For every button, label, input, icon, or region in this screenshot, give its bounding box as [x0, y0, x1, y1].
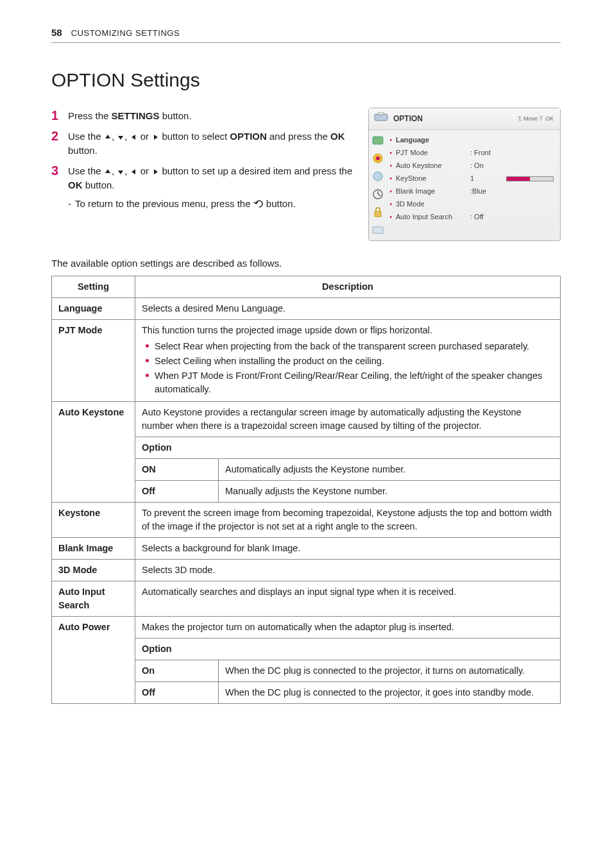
osd-row: •Language — [389, 134, 554, 147]
input-icon — [371, 224, 384, 237]
row-autopower-off-label: Off — [135, 682, 219, 704]
bullet-icon: • — [389, 137, 392, 144]
row-autopower-option-label: Option — [135, 638, 561, 660]
osd-row-label: Auto Input Search — [396, 212, 466, 222]
row-autokey-name: Auto Keystone — [52, 402, 135, 503]
svg-point-5 — [373, 172, 382, 181]
bullet-icon: • — [389, 150, 392, 156]
row-pjt-desc: This function turns the projected image … — [135, 320, 561, 402]
page-header: 58 CUSTOMIZING SETTINGS — [51, 26, 561, 43]
osd-row-value: 1 — [470, 174, 502, 184]
slider-bar — [506, 176, 554, 181]
svg-point-4 — [376, 156, 380, 160]
osd-row-value: : On — [470, 161, 502, 171]
osd-row-value: : Front — [470, 148, 502, 158]
row-autoinput-name: Auto Input Search — [52, 581, 135, 617]
row-language-desc: Selects a desired Menu Language. — [135, 298, 561, 320]
nav-arrows-icon: , , or — [104, 165, 162, 176]
row-autopower-name: Auto Power — [52, 617, 135, 704]
th-description: Description — [135, 276, 561, 298]
bullet-icon: • — [389, 214, 392, 221]
picture-icon — [371, 134, 384, 147]
row-blank-name: Blank Image — [52, 538, 135, 560]
audio-icon — [371, 152, 384, 165]
bullet-icon: • — [389, 176, 392, 182]
osd-row-value: :Blue — [470, 187, 502, 197]
section-title: CUSTOMIZING SETTINGS — [71, 28, 180, 40]
row-autokey-on-desc: Automatically adjusts the Keystone numbe… — [219, 459, 561, 481]
row-autokey-desc: Auto Keystone provides a rectangular scr… — [135, 402, 561, 437]
step-sub: - To return to the previous menu, press … — [68, 197, 357, 211]
row-autopower-desc: Makes the projector turn on automaticall… — [135, 617, 561, 638]
step-2: 2 Use the , , or button to select OPTION… — [51, 128, 357, 158]
row-autopower-on-label: On — [135, 660, 219, 682]
option-menu-icon — [374, 112, 388, 126]
intro-text: The available option settings are descri… — [51, 256, 561, 271]
step-text: Use the , , or button to set up a desire… — [68, 163, 357, 192]
steps-list: 1 Press the SETTINGS button. 2 Use the ,… — [51, 108, 357, 211]
osd-row-label: Blank Image — [396, 187, 466, 197]
osd-row: •3D Mode — [389, 198, 554, 211]
osd-row: •PJT Mode: Front — [389, 147, 554, 160]
row-autopower-off-desc: When the DC plug is connected to the pro… — [219, 682, 561, 704]
row-autokey-option-label: Option — [135, 437, 561, 459]
osd-row: •Auto Keystone: On — [389, 160, 554, 172]
row-autokey-on-label: ON — [135, 459, 219, 481]
row-autoinput-desc: Automatically searches and displays an i… — [135, 581, 561, 617]
row-language-name: Language — [52, 298, 135, 320]
dash-bullet: - — [68, 197, 71, 211]
osd-list: •Language•PJT Mode: Front•Auto Keystone:… — [387, 130, 560, 237]
step-number: 3 — [51, 163, 63, 192]
option-menu-small-icon — [371, 188, 384, 201]
row-autokey-off-label: Off — [135, 481, 219, 503]
nav-arrows-icon: , , or — [104, 131, 162, 142]
osd-row: •KeyStone1 — [389, 172, 554, 185]
osd-panel: OPTION ꔂ Move ꔉ OK •Language•PJT Mode: F… — [368, 108, 561, 241]
step-3: 3 Use the , , or button to set up a desi… — [51, 163, 357, 192]
osd-row-label: PJT Mode — [396, 148, 466, 158]
row-autopower-on-desc: When the DC plug is connected to the pro… — [219, 660, 561, 682]
osd-row-label: 3D Mode — [396, 199, 466, 210]
osd-row-value: : Off — [470, 212, 502, 222]
bullet-icon: • — [389, 163, 392, 169]
row-autokey-off-desc: Manually adjusts the Keystone number. — [219, 481, 561, 503]
bullet-icon: • — [389, 188, 392, 195]
back-icon — [253, 198, 266, 209]
step-number: 1 — [51, 108, 63, 123]
osd-row-label: KeyStone — [396, 174, 466, 184]
lock-icon — [371, 206, 384, 219]
osd-title: OPTION — [393, 113, 423, 124]
row-blank-desc: Selects a background for blank Image. — [135, 538, 561, 560]
svg-rect-8 — [373, 227, 383, 233]
th-setting: Setting — [52, 276, 135, 298]
svg-rect-7 — [375, 212, 381, 217]
osd-hint: ꔂ Move ꔉ OK — [518, 115, 554, 123]
row-keystone-desc: To prevent the screen image from becomin… — [135, 503, 561, 538]
row-keystone-name: Keystone — [52, 503, 135, 538]
row-3d-name: 3D Mode — [52, 560, 135, 581]
row-3d-desc: Selects 3D mode. — [135, 560, 561, 581]
time-icon — [371, 170, 384, 183]
osd-row-label: Auto Keystone — [396, 161, 466, 171]
settings-table: Setting Description Language Selects a d… — [51, 276, 561, 704]
row-pjt-name: PJT Mode — [52, 320, 135, 402]
osd-header: OPTION ꔂ Move ꔉ OK — [369, 108, 560, 130]
osd-sidebar-icons — [369, 130, 387, 237]
osd-row: •Auto Input Search: Off — [389, 211, 554, 224]
bullet-icon: • — [389, 201, 392, 208]
osd-row-label: Language — [396, 135, 466, 146]
osd-row: •Blank Image:Blue — [389, 185, 554, 198]
svg-rect-1 — [378, 112, 384, 115]
step-text: Press the SETTINGS button. — [68, 108, 192, 123]
step-text: Use the , , or button to select OPTION a… — [68, 128, 357, 158]
step-number: 2 — [51, 128, 63, 158]
step-1: 1 Press the SETTINGS button. — [51, 108, 357, 123]
page-title: OPTION Settings — [51, 66, 561, 94]
svg-rect-2 — [373, 137, 383, 144]
page-number: 58 — [51, 26, 62, 40]
